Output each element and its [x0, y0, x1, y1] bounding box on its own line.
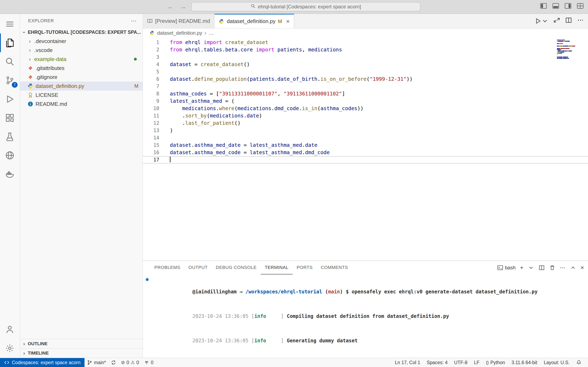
- terminal-dropdown-button[interactable]: [528, 265, 534, 271]
- live-preview-tab[interactable]: [0, 146, 20, 165]
- open-changes-button[interactable]: [553, 17, 560, 25]
- remote-indicator[interactable]: Codespaces: expert space acorn: [0, 358, 85, 367]
- line-number: 6: [143, 75, 170, 83]
- eol-indicator[interactable]: LF: [471, 358, 483, 367]
- file-tree-item[interactable]: .gitignore: [20, 73, 143, 82]
- notifications-bell[interactable]: [573, 358, 585, 367]
- language-mode[interactable]: {} Python: [483, 358, 508, 367]
- file-tree-item[interactable]: › .vscode: [20, 46, 143, 55]
- token: dmd_code: [274, 105, 299, 111]
- code-editor[interactable]: 1 from ehrql import create_dataset 2 fro…: [143, 38, 588, 261]
- shell-selector[interactable]: bash: [497, 265, 516, 271]
- history-nav: ← →: [167, 3, 186, 10]
- python-interpreter[interactable]: 3.11.6 64-bit: [508, 358, 540, 367]
- file-tree-item[interactable]: › .devcontainer: [20, 37, 143, 46]
- panel-tab[interactable]: PROBLEMS: [150, 261, 184, 275]
- code-line[interactable]: 10 medications.where(medications.dmd_cod…: [143, 105, 588, 112]
- customize-layout-button[interactable]: [577, 2, 584, 11]
- new-terminal-button[interactable]: +: [520, 265, 523, 271]
- sync-changes-button[interactable]: [108, 358, 119, 367]
- code-line[interactable]: 7: [143, 83, 588, 90]
- toggle-secondary-sidebar-button[interactable]: [564, 2, 572, 11]
- panel-tab[interactable]: DEBUG CONSOLE: [212, 261, 261, 275]
- code-text: [170, 157, 171, 163]
- back-button[interactable]: ←: [167, 3, 173, 10]
- terminal-output[interactable]: @iaindillingham → /workspaces/ehrql-tuto…: [143, 275, 588, 358]
- token: dataset: [170, 76, 191, 82]
- command-center[interactable]: ehrql-tutorial [Codespaces: expert space…: [191, 2, 421, 11]
- file-tree-item[interactable]: .gitattributes: [20, 64, 143, 73]
- workspace-root-folder[interactable]: › EHRQL-TUTORIAL [CODESPACES: EXPERT SPA…: [20, 28, 143, 37]
- panel-tab[interactable]: TERMINAL: [261, 261, 293, 275]
- close-panel-button[interactable]: ×: [581, 265, 584, 271]
- bottom-panel: PROBLEMS OUTPUT DEBUG CONSOLE: [143, 261, 588, 358]
- split-editor-button[interactable]: [565, 17, 572, 25]
- forward-button[interactable]: →: [180, 3, 186, 10]
- vscode-window: ← → ehrql-tutorial [Codespaces: expert s…: [0, 0, 588, 367]
- breadcrumb-file[interactable]: dataset_definition.py: [157, 30, 202, 36]
- editor-tab[interactable]: [Preview] README.md: [143, 14, 215, 28]
- encoding-indicator[interactable]: UTF-8: [451, 358, 471, 367]
- accounts-button[interactable]: [0, 320, 20, 339]
- terminal-line: 2023-10-24 13:36:05 [info ] Attempting t…: [151, 350, 588, 358]
- keyboard-layout[interactable]: Layout: U.S.: [540, 358, 573, 367]
- code-line[interactable]: 2 from ehrql.tables.beta.core import pat…: [143, 46, 588, 53]
- close-tab-button[interactable]: ×: [286, 18, 290, 25]
- code-line[interactable]: 14: [143, 134, 588, 142]
- views-more-button[interactable]: ⋯: [131, 17, 137, 24]
- search-tab[interactable]: [0, 52, 20, 71]
- code-line[interactable]: 1 from ehrql import create_dataset: [143, 39, 588, 46]
- split-terminal-button[interactable]: [539, 265, 545, 271]
- cursor-position[interactable]: Ln 17, Col 1: [392, 358, 424, 367]
- code-line[interactable]: 6 dataset.define_population(patients.dat…: [143, 75, 588, 83]
- panel-tab[interactable]: PORTS: [293, 261, 317, 275]
- panel-more-button[interactable]: ⋯: [560, 265, 566, 271]
- problems-indicator[interactable]: ⊘ 0 ⚠ 0: [119, 358, 141, 367]
- code-line[interactable]: 13 ): [143, 127, 588, 134]
- code-line[interactable]: 3: [143, 53, 588, 61]
- extensions-tab[interactable]: [0, 108, 20, 127]
- docker-tab[interactable]: [0, 165, 20, 184]
- run-debug-tab[interactable]: [0, 90, 20, 108]
- branch-indicator[interactable]: main*: [85, 358, 108, 367]
- code-line[interactable]: 8 asthma_codes = ["39113311000001107", "…: [143, 90, 588, 98]
- ports-indicator[interactable]: 0: [141, 358, 156, 367]
- run-python-file-button[interactable]: [535, 17, 548, 25]
- file-tree-item[interactable]: README.md: [20, 100, 143, 108]
- kill-terminal-button[interactable]: [549, 265, 555, 271]
- code-line[interactable]: 12 .last_for_patient(): [143, 119, 588, 127]
- token: [222, 39, 225, 45]
- code-line[interactable]: 9 latest_asthma_med = (: [143, 98, 588, 105]
- file-tree-item[interactable]: LICENSE: [20, 91, 143, 100]
- code-line[interactable]: 16 dataset.asthma_med_code = latest_asth…: [143, 149, 588, 156]
- minimap[interactable]: [557, 40, 582, 60]
- explorer-tab[interactable]: [0, 33, 20, 52]
- editor-tab[interactable]: dataset_definition.py M ×: [215, 14, 294, 28]
- outline-section[interactable]: › OUTLINE: [20, 339, 143, 348]
- breadcrumb-more[interactable]: …: [209, 30, 214, 36]
- timeline-section[interactable]: › TIMELINE: [20, 348, 143, 358]
- toggle-panel-button[interactable]: [552, 2, 559, 11]
- code-line[interactable]: 5: [143, 68, 588, 75]
- command-decoration-dot[interactable]: [146, 278, 149, 281]
- token: date_of_birth: [277, 76, 318, 82]
- panel-tab[interactable]: COMMENTS: [317, 261, 352, 275]
- settings-gear-button[interactable]: [0, 339, 20, 358]
- file-tree-item[interactable]: dataset_definition.py M: [20, 82, 143, 91]
- file-tree-item[interactable]: › example-data: [20, 55, 143, 64]
- toggle-sidebar-button[interactable]: [540, 2, 547, 11]
- panel-tab[interactable]: OUTPUT: [184, 261, 212, 275]
- search-icon: [251, 4, 256, 10]
- testing-tab[interactable]: [0, 127, 20, 146]
- chevron-right-icon: ›: [22, 341, 26, 347]
- code-line[interactable]: 11 .sort_by(medications.date): [143, 112, 588, 119]
- code-line[interactable]: 4 dataset = create_dataset(): [143, 61, 588, 68]
- source-control-tab[interactable]: 7: [0, 71, 20, 90]
- code-line[interactable]: 15 dataset.asthma_med_date = latest_asth…: [143, 142, 588, 149]
- breadcrumb[interactable]: dataset_definition.py › …: [143, 29, 588, 38]
- editor-more-actions-button[interactable]: [577, 17, 584, 25]
- menu-button[interactable]: [0, 15, 20, 33]
- maximize-panel-button[interactable]: [570, 265, 576, 271]
- indentation-indicator[interactable]: Spaces: 4: [424, 358, 451, 367]
- code-line[interactable]: 17: [143, 156, 588, 164]
